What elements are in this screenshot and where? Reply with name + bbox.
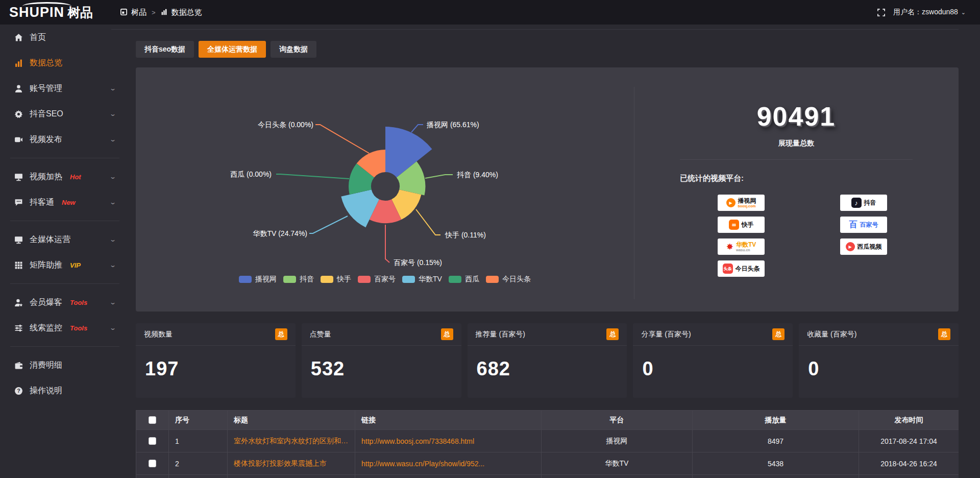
legend-item-华数TV[interactable]: 华数TV: [402, 275, 442, 284]
total-badge: 总: [275, 328, 287, 340]
pie-label-播视网: 播视网 (65.61%): [426, 121, 479, 129]
chart-legend: 播视网抖音快手百家号华数TV西瓜今日头条: [136, 275, 634, 284]
platform-badge-text: 百家号: [860, 222, 878, 228]
overview-panel: 播视网 (65.61%)抖音 (9.40%)快手 (0.11%)百家号 (0.1…: [136, 67, 959, 312]
video-link[interactable]: http://www.boosj.com/7338468.html: [361, 437, 474, 445]
sidebar-item-会员爆客[interactable]: 会员爆客Tools⌄: [0, 290, 129, 315]
cell-link: http://www.boosj.com/7338468.html: [355, 430, 542, 452]
legend-item-百家号[interactable]: 百家号: [358, 275, 396, 284]
sidebar-item-视频加热[interactable]: 视频加热Hot⌄: [0, 164, 129, 189]
sidebar-item-全媒体运营[interactable]: 全媒体运营⌄: [0, 227, 129, 252]
cell: [228, 475, 355, 478]
cell-time: 2018-04-26 16:24: [859, 452, 959, 475]
row-select-cell: [136, 430, 169, 452]
sidebar: 首页数据总览账号管理⌄抖音SEO⌄视频发布⌄视频加热Hot⌄抖客通New⌄全媒体…: [0, 25, 129, 478]
chevron-down-icon: ⌄: [109, 136, 116, 143]
col-header-link: 链接: [355, 411, 542, 430]
platform-badge-column-left: ▶播视网boosj.com88快手✸华数TVwasu.cn头条今日头条: [718, 195, 765, 277]
stat-card-分享量 (百家号): 分享量 (百家号)总0: [633, 323, 793, 398]
sidebar-item-抖客通[interactable]: 抖客通New⌄: [0, 189, 129, 215]
sidebar-item-badge: Tools: [70, 299, 87, 306]
breadcrumb-item-home[interactable]: 树品: [131, 8, 146, 17]
sidebar-item-label: 操作说明: [30, 386, 62, 396]
breadcrumb-separator: >: [152, 9, 156, 16]
stat-card-header: 视频数量总: [136, 323, 296, 346]
stat-card-header: 推荐量 (百家号)总: [468, 323, 627, 346]
sidebar-item-账号管理[interactable]: 账号管理⌄: [0, 76, 129, 101]
select-all-cell: [136, 411, 169, 430]
cell-platform: 华数TV: [542, 452, 693, 475]
user-icon: [14, 84, 23, 93]
boosj-logo: ▶: [726, 198, 736, 207]
sidebar-item-label: 抖客通: [30, 197, 54, 208]
sidebar-item-线索监控[interactable]: 线索监控Tools⌄: [0, 315, 129, 341]
cell-platform: 播视网: [542, 430, 693, 452]
username-dropdown[interactable]: 用户名：zswodun88 ⌄: [893, 8, 966, 17]
stat-card-收藏量 (百家号): 收藏量 (百家号)总0: [799, 323, 959, 398]
sidebar-item-label: 矩阵助推: [30, 260, 62, 271]
sidebar-item-操作说明[interactable]: ?操作说明: [0, 378, 129, 403]
col-header-views: 播放量: [693, 411, 859, 430]
legend-item-抖音[interactable]: 抖音: [283, 275, 314, 284]
pie-label-百家号: 百家号 (0.15%): [394, 258, 442, 267]
legend-item-播视网[interactable]: 播视网: [239, 275, 277, 284]
stat-card-title: 视频数量: [144, 330, 173, 339]
video-icon: [14, 135, 23, 144]
platform-badge-column-right: ♪抖音百百家号▶西瓜视频: [840, 195, 887, 255]
username-label: 用户名：zswodun88: [893, 8, 958, 16]
breadcrumb: 树品 > 数据总览: [120, 8, 202, 17]
platform-badge-text: 快手: [742, 222, 754, 228]
platform-name: 华数TV: [736, 242, 756, 248]
select-all-checkbox[interactable]: [149, 416, 156, 424]
legend-item-西瓜[interactable]: 西瓜: [449, 275, 479, 284]
chevron-down-icon: ⌄: [109, 261, 116, 269]
tab-抖音seo数据[interactable]: 抖音seo数据: [136, 41, 194, 58]
pie-label-抖音: 抖音 (9.40%): [457, 171, 498, 179]
sidebar-item-视频发布[interactable]: 视频发布⌄: [0, 127, 129, 152]
label-leader-line: [416, 209, 440, 235]
legend-item-快手[interactable]: 快手: [321, 275, 351, 284]
sidebar-item-矩阵助推[interactable]: 矩阵助推VIP⌄: [0, 252, 129, 278]
row-checkbox[interactable]: [149, 437, 156, 445]
cell-index: 2: [169, 452, 228, 475]
pie-slice-华数TV[interactable]: [341, 189, 379, 227]
sidebar-item-label: 线索监控: [30, 323, 62, 333]
legend-swatch: [486, 276, 499, 283]
row-checkbox[interactable]: [149, 460, 156, 467]
svg-text:?: ?: [17, 388, 20, 394]
total-badge: 总: [441, 328, 453, 340]
tab-bar: 抖音seo数据全媒体运营数据询盘数据: [136, 41, 316, 58]
tab-询盘数据[interactable]: 询盘数据: [271, 41, 316, 58]
legend-item-今日头条[interactable]: 今日头条: [486, 275, 531, 284]
stat-card-title: 点赞量: [310, 330, 331, 339]
cell-title[interactable]: 楼体投影灯投影效果震撼上市: [228, 452, 355, 475]
label-leader-line: [385, 225, 389, 262]
sidebar-item-数据总览[interactable]: 数据总览: [0, 50, 129, 76]
question-icon: ?: [14, 386, 23, 395]
col-header-platform: 平台: [542, 411, 693, 430]
sliders-icon: [14, 323, 23, 332]
sidebar-item-消费明细[interactable]: 消费明细: [0, 352, 129, 378]
screen-play-icon: [14, 172, 23, 181]
stat-card-点赞量: 点赞量总532: [302, 323, 461, 398]
legend-swatch: [239, 276, 252, 283]
chat-icon: [14, 198, 23, 207]
wallet-icon: [14, 361, 23, 370]
legend-label: 快手: [337, 275, 351, 284]
col-header-index: 序号: [169, 411, 228, 430]
col-header-title: 标题: [228, 411, 355, 430]
video-link[interactable]: http://www.wasu.cn/Play/show/id/952...: [361, 460, 484, 468]
total-impressions-value: 90491: [634, 101, 959, 132]
cell: [859, 475, 959, 478]
platform-badge-text: 今日头条: [736, 266, 760, 272]
cell-title[interactable]: 室外水纹灯和室内水纹灯的区别和简介: [228, 430, 355, 452]
legend-label: 抖音: [300, 275, 314, 284]
tab-全媒体运营数据[interactable]: 全媒体运营数据: [199, 41, 266, 58]
sidebar-item-抖音SEO[interactable]: 抖音SEO⌄: [0, 101, 129, 127]
horizontal-divider: [680, 159, 913, 160]
fullscreen-icon[interactable]: [877, 9, 885, 16]
total-badge: 总: [772, 328, 785, 340]
sidebar-item-首页[interactable]: 首页: [0, 25, 129, 50]
sidebar-item-label: 首页: [30, 32, 46, 43]
platform-badge-text: 抖音: [864, 200, 876, 206]
